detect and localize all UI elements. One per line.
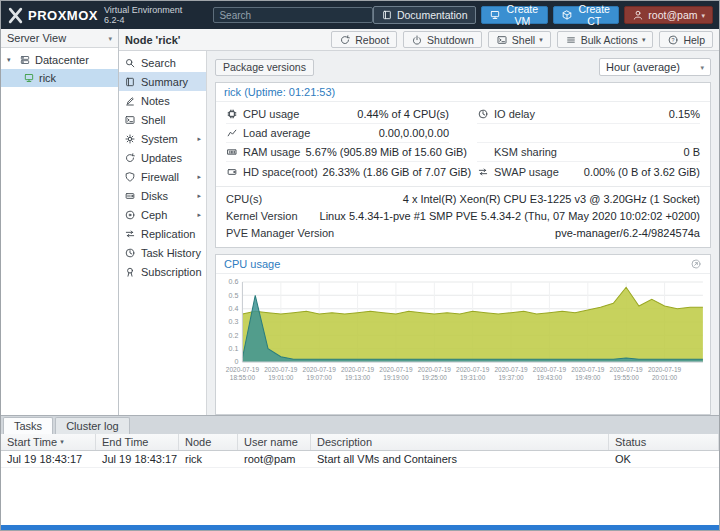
nav-item-disks[interactable]: Disks▸ [119, 186, 206, 205]
tasks-grid-rows: Jul 19 18:43:17Jul 19 18:43:17rickroot@p… [1, 451, 719, 468]
svg-text:19:19:00: 19:19:00 [383, 374, 409, 381]
package-versions-button[interactable]: Package versions [215, 59, 314, 76]
svg-text:2020-07-19: 2020-07-19 [303, 366, 337, 373]
bulk-actions-button[interactable]: Bulk Actions▾ [557, 31, 654, 48]
svg-text:?: ? [672, 36, 675, 42]
info-kernel-version: Kernel VersionLinux 5.4.34-1-pve #1 SMP … [226, 207, 700, 224]
tab-cluster-log[interactable]: Cluster log [55, 417, 130, 434]
nav-item-summary[interactable]: Summary [119, 72, 206, 91]
book-icon [381, 9, 393, 21]
shutdown-button[interactable]: Shutdown [403, 31, 482, 48]
resource-tree: ▾Datacenterrick [1, 48, 118, 415]
cpu-icon [226, 108, 238, 120]
stat-load-average: Load average0.00,0.00,0.00 [226, 124, 449, 143]
header-actions: Documentation Create VM Create CT root@p… [373, 6, 713, 24]
time-range-select[interactable]: Hour (average) ▾ [599, 58, 711, 76]
chevron-down-icon: ▾ [108, 35, 112, 42]
svg-text:0: 0 [234, 358, 238, 365]
column-header-description[interactable]: Description [311, 434, 609, 450]
brand-title: PROXMOX [28, 8, 98, 23]
chevron-right-icon: ▸ [197, 192, 201, 200]
svg-text:0.4: 0.4 [228, 305, 238, 312]
svg-text:0.1: 0.1 [228, 345, 238, 352]
tasks-panel: TasksCluster log Start Time▾End TimeNode… [1, 415, 719, 525]
tab-tasks[interactable]: Tasks [3, 417, 53, 434]
svg-text:19:01:00: 19:01:00 [268, 374, 294, 381]
updates-icon [124, 152, 136, 164]
svg-text:19:07:00: 19:07:00 [307, 374, 333, 381]
search-icon [124, 57, 136, 69]
nav-item-shell[interactable]: Shell [119, 110, 206, 129]
nav-item-notes[interactable]: Notes [119, 91, 206, 110]
column-header-status[interactable]: Status [609, 434, 719, 450]
user-menu-button[interactable]: root@pam ▾ [624, 6, 713, 24]
summary-content: Package versions Hour (average) ▾ rick (… [207, 51, 719, 415]
task-cell: root@pam [238, 451, 311, 467]
nav-item-ceph[interactable]: Ceph▸ [119, 205, 206, 224]
updates-icon [339, 34, 351, 46]
chevron-down-icon: ▾ [701, 12, 705, 19]
monitor-icon [23, 72, 35, 84]
svg-text:2020-07-19: 2020-07-19 [341, 366, 375, 373]
svg-text:20:01:00: 20:01:00 [652, 374, 678, 381]
task-row[interactable]: Jul 19 18:43:17Jul 19 18:43:17rickroot@p… [1, 451, 719, 468]
nav-item-search[interactable]: Search [119, 53, 206, 72]
nav-item-system[interactable]: System▸ [119, 129, 206, 148]
svg-text:2020-07-19: 2020-07-19 [456, 366, 490, 373]
stat-ram-usage: RAM usage5.67% (905.89 MiB of 15.60 GiB) [226, 143, 449, 162]
nav-item-updates[interactable]: Updates [119, 148, 206, 167]
svg-text:0.3: 0.3 [228, 318, 238, 325]
status-panel-title: rick (Uptime: 01:21:53) [224, 86, 335, 98]
search-input[interactable] [213, 7, 372, 23]
nav-item-task-history[interactable]: Task History [119, 243, 206, 262]
expander-icon[interactable]: ▾ [7, 56, 15, 64]
tasks-tab-bar: TasksCluster log [1, 416, 719, 434]
version-subtitle: Virtual Environment 6.2-4 [104, 5, 197, 25]
svg-text:2020-07-19: 2020-07-19 [418, 366, 452, 373]
undock-icon[interactable] [690, 258, 702, 270]
svg-text:19:31:00: 19:31:00 [460, 374, 486, 381]
help-button[interactable]: ?Help [659, 31, 713, 48]
status-panel: rick (Uptime: 01:21:53) CPU usage0.44% o… [215, 82, 711, 248]
task-cell: Jul 19 18:43:17 [96, 451, 179, 467]
tree-item-datacenter[interactable]: ▾Datacenter [1, 51, 118, 69]
create-vm-button[interactable]: Create VM [481, 6, 549, 24]
tasks-grid-empty-area [1, 468, 719, 525]
documentation-button[interactable]: Documentation [373, 6, 476, 24]
node-title: Node 'rick' [125, 34, 180, 46]
gauge-icon [226, 127, 238, 139]
column-header-start-time[interactable]: Start Time▾ [1, 434, 96, 450]
shell-button[interactable]: Shell▾ [488, 31, 551, 48]
reboot-button[interactable]: Reboot [331, 31, 397, 48]
view-selector[interactable]: Server View ▾ [1, 29, 118, 48]
server-icon [19, 54, 31, 66]
cube-icon [561, 9, 573, 21]
create-ct-button[interactable]: Create CT [553, 6, 619, 24]
svg-text:19:37:00: 19:37:00 [498, 374, 524, 381]
column-header-user-name[interactable]: User name [238, 434, 311, 450]
chevron-right-icon: ▸ [197, 173, 201, 181]
replication-icon [124, 228, 136, 240]
stat-ksm-sharing: KSM sharing0 B [477, 143, 700, 162]
nav-item-firewall[interactable]: Firewall▸ [119, 167, 206, 186]
tree-item-rick[interactable]: rick [1, 69, 118, 87]
nav-item-subscription[interactable]: Subscription [119, 262, 206, 281]
top-header: PROXMOX Virtual Environment 6.2-4 Docume… [1, 1, 719, 29]
chart-title: CPU usage [224, 258, 280, 270]
svg-text:19:43:00: 19:43:00 [537, 374, 563, 381]
stat-cpu-usage: CPU usage0.44% of 4 CPU(s) [226, 105, 449, 124]
task-cell: Start all VMs and Containers [311, 451, 609, 467]
chevron-down-icon: ▾ [700, 64, 704, 71]
column-header-end-time[interactable]: End Time [96, 434, 179, 450]
node-menu: SearchSummaryNotesShellSystem▸UpdatesFir… [119, 51, 207, 415]
column-header-node[interactable]: Node [179, 434, 238, 450]
stat-io-delay: IO delay0.15% [477, 105, 700, 124]
chevron-down-icon: ▾ [539, 36, 543, 43]
stat-hd-space-root-: HD space(root)26.33% (1.86 GiB of 7.07 G… [226, 162, 449, 181]
tasks-grid-header: Start Time▾End TimeNodeUser nameDescript… [1, 434, 719, 451]
svg-text:2020-07-19: 2020-07-19 [494, 366, 528, 373]
task-cell: rick [179, 451, 238, 467]
nav-item-replication[interactable]: Replication [119, 224, 206, 243]
svg-text:19:13:00: 19:13:00 [345, 374, 371, 381]
task-cell: OK [609, 451, 719, 467]
